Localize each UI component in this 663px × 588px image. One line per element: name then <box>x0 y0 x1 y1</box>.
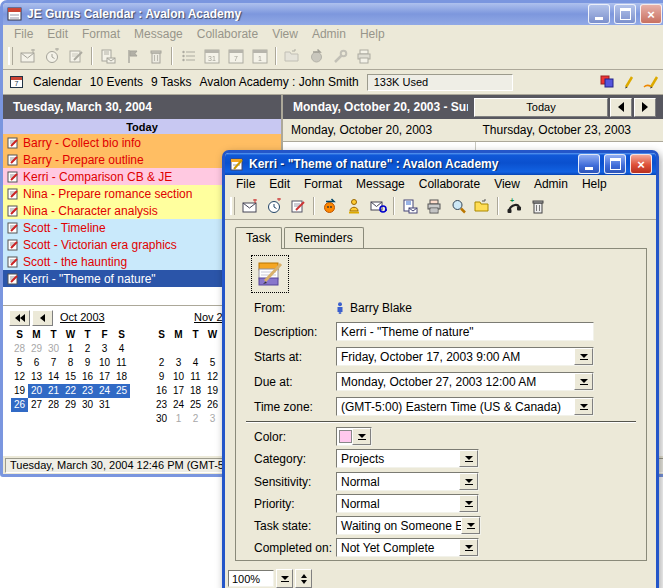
calendar-day[interactable]: 6 <box>28 356 45 370</box>
calendar-day[interactable]: 23 <box>153 398 170 412</box>
dropdown-arrow-icon[interactable] <box>459 495 478 512</box>
view-messages-button[interactable] <box>398 195 422 217</box>
menu-format[interactable]: Format <box>75 26 127 42</box>
day-column-1[interactable]: Monday, October 20, 2003 <box>283 123 475 137</box>
dialog-close-button[interactable]: × <box>630 154 652 174</box>
new-message-button[interactable] <box>16 45 40 67</box>
week-view-button[interactable]: 7 <box>224 45 248 67</box>
description-input[interactable]: Kerri - "Theme of nature" <box>336 322 594 341</box>
day-view-button[interactable]: 1 <box>248 45 272 67</box>
calendar-day[interactable]: 30 <box>153 412 170 426</box>
menu-admin[interactable]: Admin <box>305 26 353 42</box>
dialog-menu-help[interactable]: Help <box>575 176 614 192</box>
zoom-dropdown-arrow-icon[interactable] <box>276 569 293 588</box>
calendar-day[interactable]: 24 <box>96 384 113 398</box>
dialog-menu-format[interactable]: Format <box>297 176 349 192</box>
sensitivity-dropdown[interactable]: Normal <box>336 472 479 491</box>
calendar-day[interactable]: 12 <box>204 370 221 384</box>
menu-message[interactable]: Message <box>127 26 190 42</box>
due-at-dropdown[interactable]: Monday, October 27, 2003 12:00 AM <box>336 372 594 391</box>
timezone-dropdown[interactable]: (GMT-5:00) Eastern Time (US & Canada) <box>336 397 594 416</box>
next-week-button[interactable] <box>634 98 656 117</box>
today-button[interactable]: Today <box>474 98 608 117</box>
edit-pencil-icon[interactable] <box>623 75 635 89</box>
calendar-day[interactable]: 22 <box>62 384 79 398</box>
calendar-day[interactable]: 29 <box>28 342 45 356</box>
delete-button[interactable] <box>526 195 550 217</box>
menu-edit[interactable]: Edit <box>40 26 75 42</box>
calendar-day[interactable]: 16 <box>153 384 170 398</box>
calendar-day[interactable]: 25 <box>187 398 204 412</box>
dialog-title-bar[interactable]: Kerri - "Theme of nature" : Avalon Acade… <box>225 153 656 175</box>
day-column-2[interactable]: Thursday, October 23, 2003 <box>475 123 663 137</box>
starts-at-dropdown[interactable]: Friday, October 17, 2003 9:00 AM <box>336 347 594 366</box>
calendar-day[interactable]: 1 <box>62 342 79 356</box>
close-button[interactable]: × <box>640 4 662 24</box>
calendar-day[interactable]: 2 <box>79 342 96 356</box>
calendar-day[interactable]: 18 <box>187 384 204 398</box>
dropdown-arrow-icon[interactable] <box>461 517 480 534</box>
dialog-menu-view[interactable]: View <box>487 176 527 192</box>
calendar-day[interactable]: 10 <box>96 356 113 370</box>
calendar-day[interactable]: 30 <box>45 342 62 356</box>
prev-year-button[interactable] <box>9 310 30 326</box>
tools-button[interactable] <box>328 45 352 67</box>
dial-button[interactable]: + <box>502 195 526 217</box>
calendar-day[interactable]: 14 <box>45 370 62 384</box>
dialog-maximize-button[interactable] <box>604 154 626 174</box>
calendar-day[interactable]: 11 <box>113 356 130 370</box>
calendar-day[interactable]: 23 <box>79 384 96 398</box>
minimize-button[interactable] <box>588 4 610 24</box>
file-message-button[interactable] <box>280 45 304 67</box>
calendar-day[interactable]: 18 <box>113 370 130 384</box>
dialog-menu-file[interactable]: File <box>229 176 262 192</box>
calendar-day[interactable]: 12 <box>11 370 28 384</box>
calendar-day[interactable]: 31 <box>96 398 113 412</box>
new-message-button[interactable] <box>238 195 262 217</box>
delete-button[interactable] <box>144 45 168 67</box>
calendar-day[interactable]: 16 <box>79 370 96 384</box>
toolbar-grip[interactable] <box>8 47 13 65</box>
calendar-day[interactable]: 26 <box>11 398 28 412</box>
print-button[interactable] <box>352 45 376 67</box>
menu-view[interactable]: View <box>265 26 305 42</box>
tab-task[interactable]: Task <box>235 227 282 249</box>
calendar-day[interactable]: 4 <box>113 342 130 356</box>
dialog-minimize-button[interactable] <box>578 154 600 174</box>
calendar-day[interactable]: 9 <box>153 370 170 384</box>
new-task-button[interactable] <box>286 195 310 217</box>
task-state-dropdown[interactable]: Waiting on Someone Else <box>336 516 479 535</box>
dialog-menu-admin[interactable]: Admin <box>527 176 575 192</box>
calendar-day[interactable]: 26 <box>204 398 221 412</box>
task-list-item[interactable]: Barry - Collect bio info <box>3 134 281 151</box>
refresh-button[interactable] <box>304 45 328 67</box>
dialog-menu-edit[interactable]: Edit <box>262 176 297 192</box>
list-view-button[interactable] <box>176 45 200 67</box>
flag-button[interactable] <box>120 45 144 67</box>
find-button[interactable] <box>446 195 470 217</box>
prev-month-button[interactable] <box>32 310 53 326</box>
calendar-day[interactable]: 2 <box>153 356 170 370</box>
color-dropdown[interactable] <box>336 427 372 446</box>
calendar-day[interactable]: 5 <box>11 356 28 370</box>
menu-help[interactable]: Help <box>353 26 392 42</box>
zoom-spinner[interactable] <box>295 569 312 588</box>
calendar-day[interactable]: 25 <box>113 384 130 398</box>
dropdown-arrow-icon[interactable] <box>574 398 593 415</box>
menu-file[interactable]: File <box>7 26 40 42</box>
calendar-day[interactable]: 28 <box>11 342 28 356</box>
calendar-day[interactable]: 2 <box>187 412 204 426</box>
calendar-day[interactable]: 1 <box>170 412 187 426</box>
calendar-day[interactable]: 27 <box>28 398 45 412</box>
calendar-day[interactable]: 8 <box>62 356 79 370</box>
print-button[interactable] <box>422 195 446 217</box>
new-appointment-button[interactable] <box>262 195 286 217</box>
calendar-day[interactable]: 3 <box>204 412 221 426</box>
calendar-day[interactable]: 24 <box>170 398 187 412</box>
tab-reminders[interactable]: Reminders <box>284 227 364 248</box>
new-appointment-button[interactable] <box>40 45 64 67</box>
calendar-day[interactable]: 9 <box>79 356 96 370</box>
address-button[interactable] <box>366 195 390 217</box>
dropdown-arrow-icon[interactable] <box>459 473 478 490</box>
file-message-button[interactable] <box>470 195 494 217</box>
